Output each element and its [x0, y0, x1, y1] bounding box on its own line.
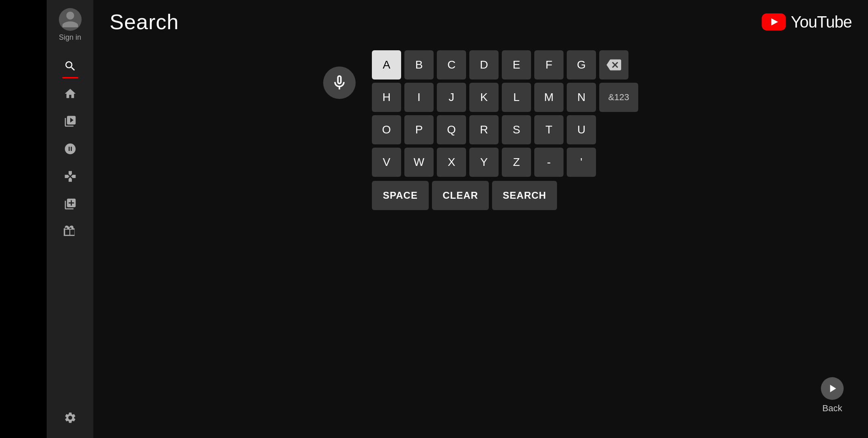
- key-h[interactable]: H: [372, 83, 401, 112]
- youtube-logo: YouTube: [762, 13, 852, 31]
- sign-in-label[interactable]: Sign in: [59, 33, 81, 42]
- sidebar-item-subscriptions[interactable]: [54, 109, 86, 133]
- sidebar-item-gaming[interactable]: [54, 164, 86, 189]
- key-r[interactable]: R: [469, 115, 499, 144]
- sidebar-item-search[interactable]: [54, 54, 86, 78]
- key-z[interactable]: Z: [502, 148, 531, 177]
- keyboard-row-1: A B C D E F G: [372, 50, 638, 79]
- key-c[interactable]: C: [437, 50, 466, 79]
- keyboard-row-2: H I J K L M N &123: [372, 83, 638, 112]
- header: Search YouTube: [93, 0, 868, 42]
- search-icon: [64, 60, 77, 73]
- trending-icon: [64, 142, 77, 155]
- key-d[interactable]: D: [469, 50, 499, 79]
- key-v[interactable]: V: [372, 148, 401, 177]
- keyboard-row-3: O P Q R S T U: [372, 115, 638, 144]
- avatar[interactable]: [59, 8, 82, 31]
- key-j[interactable]: J: [437, 83, 466, 112]
- key-n[interactable]: N: [567, 83, 596, 112]
- key-l[interactable]: L: [502, 83, 531, 112]
- sidebar-item-library[interactable]: [54, 219, 86, 244]
- main-content: Search YouTube A B C D E: [93, 0, 868, 438]
- sidebar-bottom: [54, 406, 86, 430]
- sidebar-item-trending[interactable]: [54, 137, 86, 161]
- key-b[interactable]: B: [404, 50, 434, 79]
- backspace-key[interactable]: [599, 50, 628, 79]
- key-w[interactable]: W: [404, 148, 434, 177]
- left-bar: [0, 0, 47, 438]
- youtube-icon: [762, 13, 786, 30]
- sidebar-nav: [54, 54, 86, 402]
- back-button[interactable]: Back: [821, 377, 844, 414]
- page-title: Search: [110, 10, 179, 34]
- queue-icon: [64, 198, 77, 210]
- keyboard-row-4: V W X Y Z - ': [372, 148, 638, 177]
- sidebar-item-home[interactable]: [54, 82, 86, 106]
- keyboard-container: A B C D E F G H I J K L M: [93, 42, 868, 210]
- youtube-brand-text: YouTube: [791, 13, 852, 31]
- key-k[interactable]: K: [469, 83, 499, 112]
- sidebar: Sign in: [47, 0, 93, 438]
- space-key[interactable]: SPACE: [372, 181, 429, 210]
- subscriptions-icon: [64, 115, 77, 128]
- clear-key[interactable]: CLEAR: [432, 181, 489, 210]
- key-q[interactable]: Q: [437, 115, 466, 144]
- key-u[interactable]: U: [567, 115, 596, 144]
- key-e[interactable]: E: [502, 50, 531, 79]
- backspace-icon: [607, 58, 621, 72]
- library-icon: [64, 225, 77, 238]
- mic-button[interactable]: [323, 67, 356, 99]
- settings-icon: [64, 411, 77, 424]
- numbers-key[interactable]: &123: [599, 83, 638, 112]
- home-icon: [64, 87, 77, 100]
- sidebar-item-settings[interactable]: [54, 406, 86, 430]
- key-g[interactable]: G: [567, 50, 596, 79]
- user-icon: [60, 10, 80, 29]
- key-p[interactable]: P: [404, 115, 434, 144]
- sidebar-top: Sign in: [59, 8, 82, 42]
- key-i[interactable]: I: [404, 83, 434, 112]
- key-x[interactable]: X: [437, 148, 466, 177]
- back-arrow-icon: [826, 382, 839, 395]
- search-key[interactable]: SEARCH: [492, 181, 557, 210]
- mic-icon: [330, 74, 348, 92]
- key-t[interactable]: T: [534, 115, 564, 144]
- back-icon-container: [821, 377, 844, 400]
- gaming-icon: [64, 170, 77, 183]
- key-m[interactable]: M: [534, 83, 564, 112]
- key-y[interactable]: Y: [469, 148, 499, 177]
- key-apostrophe[interactable]: ': [567, 148, 596, 177]
- key-dash[interactable]: -: [534, 148, 564, 177]
- sidebar-item-queue[interactable]: [54, 192, 86, 216]
- key-s[interactable]: S: [502, 115, 531, 144]
- back-label: Back: [823, 403, 842, 414]
- key-a[interactable]: A: [372, 50, 401, 79]
- key-f[interactable]: F: [534, 50, 564, 79]
- keyboard: A B C D E F G H I J K L M: [372, 50, 638, 210]
- key-o[interactable]: O: [372, 115, 401, 144]
- action-row: SPACE CLEAR SEARCH: [372, 181, 638, 210]
